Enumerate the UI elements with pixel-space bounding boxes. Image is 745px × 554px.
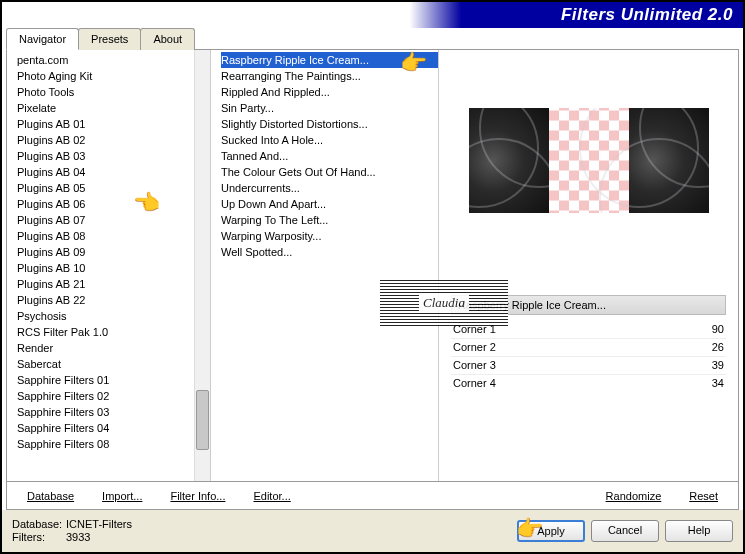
category-item[interactable]: Plugins AB 06	[17, 196, 194, 212]
editor-button[interactable]: Editor...	[253, 490, 290, 502]
filter-item[interactable]: Up Down And Apart...	[221, 196, 438, 212]
preview-image	[469, 108, 709, 213]
main-area: penta.comPhoto Aging KitPhoto ToolsPixel…	[7, 50, 738, 481]
filter-item[interactable]: Warping To The Left...	[221, 212, 438, 228]
footer-info: Database:ICNET-Filters Filters:3933	[12, 518, 132, 544]
category-item[interactable]: Plugins AB 09	[17, 244, 194, 260]
parameter-list: Corner 190Corner 226Corner 339Corner 434	[451, 321, 726, 392]
toolbar: Database Import... Filter Info... Editor…	[7, 481, 738, 509]
category-item[interactable]: RCS Filter Pak 1.0	[17, 324, 194, 340]
filter-item[interactable]: Tanned And...	[221, 148, 438, 164]
param-value: 39	[712, 358, 724, 373]
category-item[interactable]: Plugins AB 02	[17, 132, 194, 148]
param-name: Corner 4	[453, 376, 496, 391]
filter-item[interactable]: Raspberry Ripple Ice Cream...	[221, 52, 438, 68]
app-title: Filters Unlimited 2.0	[561, 5, 733, 25]
footer: Database:ICNET-Filters Filters:3933 Appl…	[2, 510, 743, 552]
filter-item[interactable]: Slightly Distorted Distortions...	[221, 116, 438, 132]
category-item[interactable]: Plugins AB 22	[17, 292, 194, 308]
filter-info-button[interactable]: Filter Info...	[170, 490, 225, 502]
category-item[interactable]: Sapphire Filters 08	[17, 436, 194, 452]
category-item[interactable]: Plugins AB 21	[17, 276, 194, 292]
preview-column: Raspberry Ripple Ice Cream... Corner 190…	[439, 50, 738, 481]
filters-count-value: 3933	[66, 531, 90, 544]
filters-count-label: Filters:	[12, 531, 66, 544]
category-item[interactable]: Plugins AB 08	[17, 228, 194, 244]
category-column: penta.comPhoto Aging KitPhoto ToolsPixel…	[7, 50, 211, 481]
apply-button[interactable]: Apply	[517, 520, 585, 542]
param-row[interactable]: Corner 434	[451, 374, 726, 392]
filter-item[interactable]: Rearranging The Paintings...	[221, 68, 438, 84]
randomize-button[interactable]: Randomize	[606, 490, 662, 502]
filter-item[interactable]: Rippled And Rippled...	[221, 84, 438, 100]
tab-strip: NavigatorPresetsAbout	[6, 28, 194, 50]
tab-presets[interactable]: Presets	[78, 28, 141, 50]
category-item[interactable]: Pixelate	[17, 100, 194, 116]
database-button[interactable]: Database	[27, 490, 74, 502]
category-item[interactable]: Sapphire Filters 03	[17, 404, 194, 420]
param-value: 26	[712, 340, 724, 355]
category-item[interactable]: Plugins AB 01	[17, 116, 194, 132]
category-item[interactable]: Sapphire Filters 01	[17, 372, 194, 388]
tab-about[interactable]: About	[140, 28, 195, 50]
scroll-thumb[interactable]	[196, 390, 209, 450]
category-item[interactable]: penta.com	[17, 52, 194, 68]
filter-item[interactable]: Sucked Into A Hole...	[221, 132, 438, 148]
param-row[interactable]: Corner 226	[451, 338, 726, 356]
param-value: 90	[712, 322, 724, 337]
category-item[interactable]: Plugins AB 07	[17, 212, 194, 228]
category-item[interactable]: Render	[17, 340, 194, 356]
category-scrollbar[interactable]	[194, 50, 210, 481]
category-item[interactable]: Plugins AB 04	[17, 164, 194, 180]
filter-item[interactable]: Sin Party...	[221, 100, 438, 116]
header-bar: Filters Unlimited 2.0	[2, 2, 743, 28]
category-list[interactable]: penta.comPhoto Aging KitPhoto ToolsPixel…	[7, 50, 194, 481]
category-item[interactable]: Photo Tools	[17, 84, 194, 100]
filter-item[interactable]: The Colour Gets Out Of Hand...	[221, 164, 438, 180]
help-button[interactable]: Help	[665, 520, 733, 542]
filter-item[interactable]: Warping Warposity...	[221, 228, 438, 244]
navigator-panel: penta.comPhoto Aging KitPhoto ToolsPixel…	[6, 49, 739, 510]
reset-button[interactable]: Reset	[689, 490, 718, 502]
category-item[interactable]: Plugins AB 10	[17, 260, 194, 276]
param-name: Corner 2	[453, 340, 496, 355]
category-item[interactable]: Plugins AB 05	[17, 180, 194, 196]
category-item[interactable]: Sabercat	[17, 356, 194, 372]
import-button[interactable]: Import...	[102, 490, 142, 502]
db-value: ICNET-Filters	[66, 518, 132, 531]
param-name: Corner 3	[453, 358, 496, 373]
category-item[interactable]: Sapphire Filters 02	[17, 388, 194, 404]
category-item[interactable]: Photo Aging Kit	[17, 68, 194, 84]
category-item[interactable]: Psychosis	[17, 308, 194, 324]
filter-list[interactable]: Raspberry Ripple Ice Cream...Rearranging…	[211, 50, 439, 481]
footer-buttons: Apply Cancel Help	[517, 520, 733, 542]
cancel-button[interactable]: Cancel	[591, 520, 659, 542]
filter-item[interactable]: Well Spotted...	[221, 244, 438, 260]
param-row[interactable]: Corner 339	[451, 356, 726, 374]
param-value: 34	[712, 376, 724, 391]
watermark: Claudia	[380, 280, 508, 326]
category-item[interactable]: Plugins AB 03	[17, 148, 194, 164]
tab-navigator[interactable]: Navigator	[6, 28, 79, 50]
category-item[interactable]: Sapphire Filters 04	[17, 420, 194, 436]
db-label: Database:	[12, 518, 66, 531]
filter-item[interactable]: Undercurrents...	[221, 180, 438, 196]
